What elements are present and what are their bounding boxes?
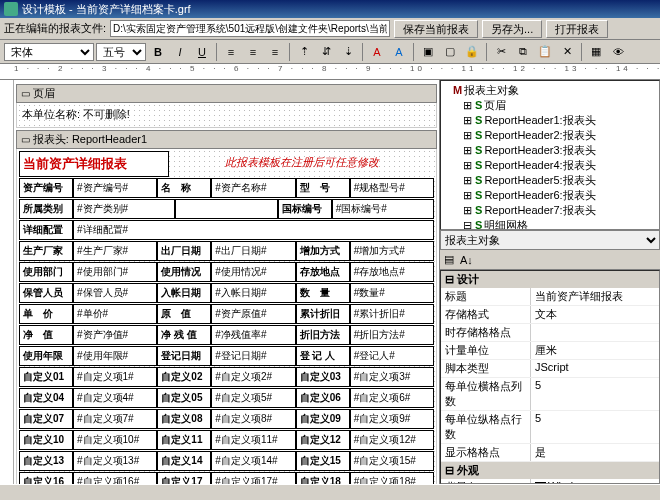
field-label[interactable]: 所属类别: [19, 199, 73, 219]
save-report-button[interactable]: 保存当前报表: [394, 20, 478, 38]
field-label[interactable]: 折旧方法: [296, 325, 350, 345]
underline-button[interactable]: U: [192, 42, 212, 62]
italic-button[interactable]: I: [170, 42, 190, 62]
field-label[interactable]: 自定义04: [19, 388, 73, 408]
field-value[interactable]: #资产原值#: [211, 304, 295, 324]
field-value[interactable]: #资产净值#: [73, 325, 157, 345]
field-label[interactable]: 自定义08: [157, 409, 211, 429]
field-value[interactable]: #自定义项1#: [73, 367, 157, 387]
field-label[interactable]: 登 记 人: [296, 346, 350, 366]
field-value[interactable]: #自定义项18#: [350, 472, 434, 484]
field-label[interactable]: 净 残 值: [157, 325, 211, 345]
field-value[interactable]: #自定义项9#: [350, 409, 434, 429]
property-grid[interactable]: ⊟ 设计 标题当前资产详细报表存储格式文本时存储格格点计量单位厘米脚本类型JSc…: [440, 270, 660, 484]
field-value[interactable]: #入帐日期#: [211, 283, 295, 303]
layer-back-icon[interactable]: ▢: [440, 42, 460, 62]
property-row[interactable]: 时存储格格点: [441, 324, 659, 342]
field-label[interactable]: 资产编号: [19, 178, 73, 198]
field-value[interactable]: #数量#: [350, 283, 434, 303]
align-center-icon[interactable]: ≡: [243, 42, 263, 62]
field-value[interactable]: #自定义项4#: [73, 388, 157, 408]
field-value[interactable]: #自定义项8#: [211, 409, 295, 429]
field-label[interactable]: 名 称: [157, 178, 211, 198]
field-value[interactable]: #使用部门#: [73, 262, 157, 282]
field-label[interactable]: 自定义02: [157, 367, 211, 387]
field-value[interactable]: #自定义项16#: [73, 472, 157, 484]
field-value[interactable]: #存放地点#: [350, 262, 434, 282]
path-input[interactable]: [110, 20, 390, 37]
lock-icon[interactable]: 🔒: [462, 42, 482, 62]
align-left-icon[interactable]: ≡: [221, 42, 241, 62]
save-as-button[interactable]: 另存为...: [482, 20, 542, 38]
field-value[interactable]: #自定义项11#: [211, 430, 295, 450]
field-value[interactable]: #生产厂家#: [73, 241, 157, 261]
field-value[interactable]: #自定义项13#: [73, 451, 157, 471]
field-label[interactable]: 自定义15: [296, 451, 350, 471]
field-label[interactable]: 详细配置: [19, 220, 73, 240]
field-value[interactable]: #增加方式#: [350, 241, 434, 261]
field-value[interactable]: #自定义项17#: [211, 472, 295, 484]
property-row[interactable]: 计量单位厘米: [441, 342, 659, 360]
field-label[interactable]: 使用情况: [157, 262, 211, 282]
font-select[interactable]: 宋体: [4, 43, 94, 61]
field-label[interactable]: 自定义01: [19, 367, 73, 387]
field-value[interactable]: #累计折旧#: [350, 304, 434, 324]
page-header-section[interactable]: ▭ 页眉: [16, 84, 437, 103]
report-header-section[interactable]: ▭ 报表头: ReportHeader1: [16, 130, 437, 149]
cut-icon[interactable]: ✂: [491, 42, 511, 62]
grid-icon[interactable]: ▦: [586, 42, 606, 62]
font-color-icon[interactable]: A: [367, 42, 387, 62]
object-tree[interactable]: M报表主对象 ⊞ S页眉⊞ SReportHeader1:报表头⊞ SRepor…: [440, 80, 660, 230]
field-label[interactable]: 使用年限: [19, 346, 73, 366]
align-right-icon[interactable]: ≡: [265, 42, 285, 62]
design-canvas[interactable]: ▭ 页眉 本单位名称: 不可删除! ▭ 报表头: ReportHeader1 当…: [0, 80, 440, 484]
tree-node[interactable]: ⊞ SReportHeader1:报表头: [443, 113, 657, 128]
preview-icon[interactable]: 👁: [608, 42, 628, 62]
property-row[interactable]: 标题当前资产详细报表: [441, 288, 659, 306]
field-value[interactable]: #使用情况#: [211, 262, 295, 282]
tree-node[interactable]: ⊞ SReportHeader4:报表头: [443, 158, 657, 173]
tree-node[interactable]: ⊞ SReportHeader2:报表头: [443, 128, 657, 143]
field-label[interactable]: 保管人员: [19, 283, 73, 303]
fill-color-icon[interactable]: A: [389, 42, 409, 62]
field-label[interactable]: 国标编号: [278, 199, 332, 219]
field-label[interactable]: 原 值: [157, 304, 211, 324]
property-row[interactable]: 每单位横格点列数5: [441, 378, 659, 411]
tree-node[interactable]: ⊞ SReportHeader5:报表头: [443, 173, 657, 188]
field-label[interactable]: 自定义09: [296, 409, 350, 429]
valign-top-icon[interactable]: ⇡: [294, 42, 314, 62]
field-value[interactable]: #折旧方法#: [350, 325, 434, 345]
field-label[interactable]: 自定义12: [296, 430, 350, 450]
open-report-button[interactable]: 打开报表: [546, 20, 608, 38]
property-row[interactable]: 脚本类型JScript: [441, 360, 659, 378]
field-value[interactable]: #单价#: [73, 304, 157, 324]
tree-node[interactable]: ⊞ S页眉: [443, 98, 657, 113]
field-value[interactable]: #登记人#: [350, 346, 434, 366]
field-value[interactable]: #自定义项5#: [211, 388, 295, 408]
field-label[interactable]: 净 值: [19, 325, 73, 345]
field-label[interactable]: 登记日期: [157, 346, 211, 366]
field-value[interactable]: #自定义项12#: [350, 430, 434, 450]
property-row[interactable]: 存储格式文本: [441, 306, 659, 324]
field-label[interactable]: 累计折旧: [296, 304, 350, 324]
field-label[interactable]: 使用部门: [19, 262, 73, 282]
field-value[interactable]: [175, 199, 277, 219]
field-value[interactable]: #国标编号#: [332, 199, 434, 219]
tree-node[interactable]: ⊞ SReportHeader7:报表头: [443, 203, 657, 218]
field-label[interactable]: 自定义05: [157, 388, 211, 408]
field-value[interactable]: #自定义项3#: [350, 367, 434, 387]
paste-icon[interactable]: 📋: [535, 42, 555, 62]
field-value[interactable]: #自定义项2#: [211, 367, 295, 387]
field-value[interactable]: #自定义项15#: [350, 451, 434, 471]
property-row[interactable]: 每单位纵格点行数5: [441, 411, 659, 444]
delete-icon[interactable]: ✕: [557, 42, 577, 62]
field-value[interactable]: #自定义项14#: [211, 451, 295, 471]
field-value[interactable]: #资产名称#: [211, 178, 295, 198]
field-label[interactable]: 入帐日期: [157, 283, 211, 303]
tree-node[interactable]: ⊞ SReportHeader6:报表头: [443, 188, 657, 203]
report-title[interactable]: 当前资产详细报表: [19, 151, 169, 177]
tree-node[interactable]: ⊞ SReportHeader3:报表头: [443, 143, 657, 158]
field-label[interactable]: 自定义18: [296, 472, 350, 484]
field-value[interactable]: #使用年限#: [73, 346, 157, 366]
copy-icon[interactable]: ⧉: [513, 42, 533, 62]
